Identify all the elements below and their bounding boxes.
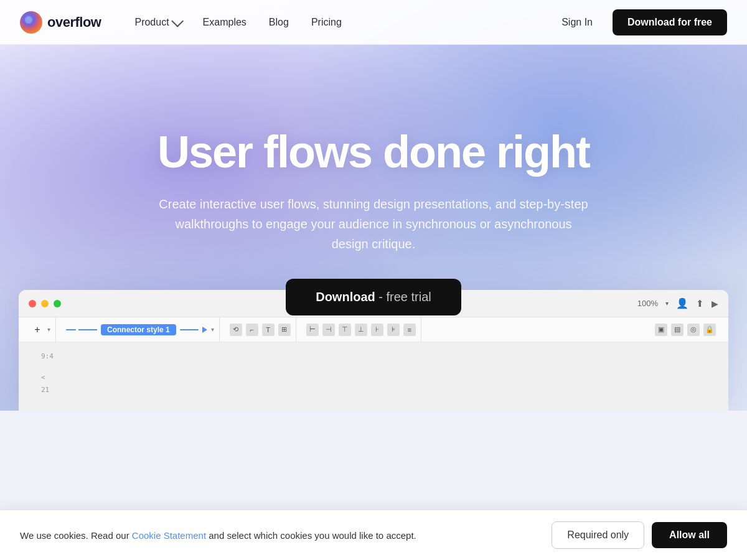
maximize-window-button[interactable] [54,300,61,307]
toolbar-align-section: ⊢ ⊣ ⊤ ⊥ ⊦ ⊧ ≡ [301,317,421,342]
align-top-button[interactable]: ⊥ [355,324,367,336]
eye-button[interactable]: ◎ [687,324,700,336]
logo[interactable]: overflow [20,11,101,34]
nav-item-examples[interactable]: Examples [194,12,255,33]
hero-content: User flows done right Create interactive… [143,128,604,315]
logo-icon [20,11,42,34]
nav-item-product[interactable]: Product [126,12,189,33]
person-icon[interactable]: 👤 [676,297,688,309]
toolbar-add-section: + ▾ [26,317,56,342]
toolbar-right-section: ▣ ▤ ◎ 🔒 [650,317,721,342]
share-icon[interactable]: ⬆ [696,298,704,309]
play-icon[interactable]: ▶ [712,299,718,309]
connector-dropdown-icon[interactable]: ▾ [211,326,214,333]
nav-right: Sign In Download for free [552,9,727,35]
navbar: overflow Product Examples Blog Pricing S… [0,0,747,45]
hero-subtitle: Create interactive user flows, stunning … [156,194,591,254]
cta-main-text: Download [316,290,375,304]
chevron-down-icon [171,14,184,27]
add-tool-button[interactable]: + [31,324,44,336]
nav-links: Product Examples Blog Pricing [126,12,552,33]
link-tool-button[interactable]: ⟲ [230,324,242,336]
cookie-statement-link[interactable]: Cookie Statement [132,530,206,541]
zoom-dropdown-icon: ▾ [665,300,669,307]
connector-body [78,329,97,330]
close-window-button[interactable] [29,300,36,307]
inspector-button[interactable]: ▤ [671,324,684,336]
connector-line [66,329,97,330]
connector-start [66,329,76,330]
align-bottom-button[interactable]: ⊧ [387,324,400,336]
add-dropdown-icon[interactable]: ▾ [47,326,50,333]
hero-cta-button[interactable]: Download - free trial [286,279,461,315]
hero-title: User flows done right [156,128,591,177]
minimize-window-button[interactable] [41,300,49,307]
traffic-lights [29,300,61,307]
cookie-banner: We use cookies. Read our Cookie Statemen… [0,510,747,560]
app-toolbar: + ▾ Connector style 1 ▾ ⟲ ⌐ T ⊞ [19,317,728,342]
nav-item-pricing[interactable]: Pricing [303,12,350,33]
toolbar-tools-section: ⟲ ⌐ T ⊞ [225,317,296,342]
cookie-buttons: Required only Allow all [552,521,727,549]
sign-in-button[interactable]: Sign In [552,12,603,33]
grid-tool-button[interactable]: ⊞ [278,324,291,336]
lock-button[interactable]: 🔒 [703,324,716,336]
corner-tool-button[interactable]: ⌐ [246,324,258,336]
connector-end-line [180,329,199,330]
logo-text: overflow [47,14,101,30]
download-for-free-button[interactable]: Download for free [613,9,727,35]
distribute-button[interactable]: ≡ [403,324,416,336]
align-right-button[interactable]: ⊤ [339,324,351,336]
svg-point-1 [25,16,32,24]
connector-arrow [202,327,207,333]
text-tool-button[interactable]: T [262,324,275,336]
cta-suffix-text: - free trial [375,290,431,304]
toolbar-connector-section: Connector style 1 ▾ [61,317,220,342]
align-center-button[interactable]: ⊣ [322,324,335,336]
required-only-button[interactable]: Required only [552,521,644,549]
hero-section: User flows done right Create interactive… [0,0,747,411]
app-toolbar-right: 100% ▾ 👤 ⬆ ▶ [637,297,718,309]
allow-all-button[interactable]: Allow all [652,522,727,548]
nav-item-blog[interactable]: Blog [260,12,298,33]
app-canvas[interactable]: 9:4 < 21 [19,342,728,411]
cookie-message: We use cookies. Read our Cookie Statemen… [20,530,552,541]
align-middle-button[interactable]: ⊦ [371,324,383,336]
layers-button[interactable]: ▣ [655,324,667,336]
align-left-button[interactable]: ⊢ [306,324,319,336]
connector-style-pill[interactable]: Connector style 1 [101,324,176,335]
